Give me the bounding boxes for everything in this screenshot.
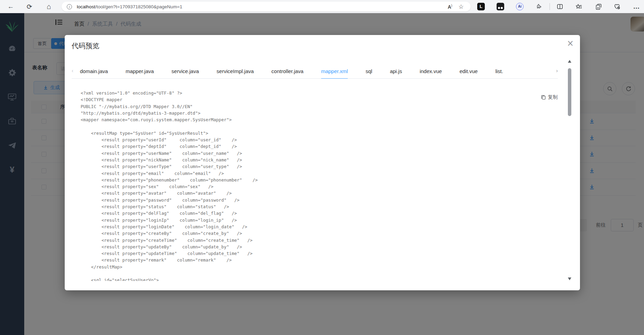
code-scrollbar[interactable] [567,56,572,284]
site-info-icon[interactable]: i [67,4,72,9]
tab-serviceimpl-java[interactable]: serviceImpl.java [217,65,254,79]
url-domain: localhost [77,4,95,9]
tab-domain-java[interactable]: domain.java [80,65,108,79]
browser-refresh-icon[interactable]: ⟳ [24,0,35,13]
tab-api-js[interactable]: api.js [390,65,402,79]
browser-essentials-icon[interactable] [612,0,622,13]
browser-back-icon[interactable]: ← [6,0,16,13]
code-viewer[interactable]: <?xml version="1.0" encoding="UTF-8" ?> … [81,90,558,281]
toolbar-divider [550,3,550,10]
extension-ai-icon[interactable]: Ai [516,3,524,10]
dialog-close-icon[interactable]: × [567,39,574,47]
scrollbar-thumb[interactable] [568,68,571,116]
address-bar[interactable]: i localhost/tool/gen?t=1709371825080&pag… [62,2,471,11]
browser-menu-icon[interactable]: … [631,0,642,13]
extensions-puzzle-icon[interactable] [534,0,544,13]
code-tabs-bar: ‹ domain.java mapper.java service.java s… [72,65,558,79]
extension-dark-icon[interactable] [497,3,504,10]
tab-mapper-xml[interactable]: mapper.xml [321,65,348,79]
favorites-list-icon[interactable] [574,0,584,13]
tabs-scroll-prev-icon[interactable]: ‹ [72,68,73,73]
tab-edit-vue[interactable]: edit.vue [460,65,478,79]
browser-home-icon[interactable]: ⌂ [44,0,54,13]
url-path: /tool/gen?t=1709371825080&pageNum=1 [95,4,182,9]
tab-list-vue[interactable]: list. [495,65,503,79]
read-aloud-icon[interactable]: A) [448,4,452,10]
screen: ← ⟳ ⌂ i localhost/tool/gen?t=17093718250… [0,0,644,335]
tab-controller-java[interactable]: controller.java [271,65,303,79]
collections-add-icon[interactable] [593,0,604,13]
extension-l-icon[interactable]: L [477,3,485,10]
favorite-star-icon[interactable]: ☆ [459,3,464,10]
tab-index-vue[interactable]: index.vue [420,65,442,79]
tab-service-java[interactable]: service.java [172,65,199,79]
browser-toolbar: ← ⟳ ⌂ i localhost/tool/gen?t=17093718250… [0,0,644,13]
code-text: <?xml version="1.0" encoding="UTF-8" ?> … [81,90,558,281]
tabs-scroll-next-icon[interactable]: › [556,68,558,73]
dialog-title: 代码预览 [72,41,99,51]
app-window: ¥ 首页 / 系统工具 / 代码生成 [0,13,644,335]
url-text[interactable]: localhost/tool/gen?t=1709371825080&pageN… [77,4,182,9]
tab-sql[interactable]: sql [365,65,372,79]
scroll-up-icon[interactable] [568,60,571,63]
code-preview-dialog: 代码预览 × ‹ domain.java mapper.java service… [65,35,580,290]
tab-mapper-java[interactable]: mapper.java [126,65,154,79]
split-screen-icon[interactable] [555,0,565,13]
scroll-down-icon[interactable] [568,277,571,280]
